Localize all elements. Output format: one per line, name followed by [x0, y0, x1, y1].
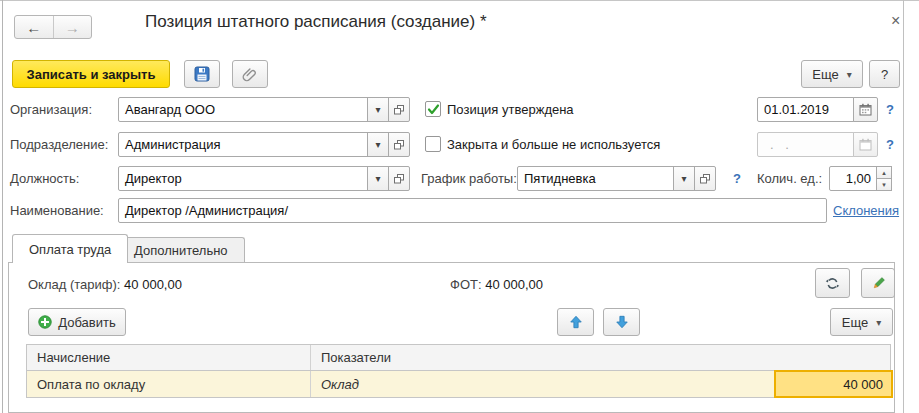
staffing-position-window: ← → Позиция штатного расписания (создани… — [0, 0, 919, 413]
refresh-button[interactable] — [815, 268, 850, 298]
chevron-down-icon: ▾ — [876, 317, 881, 328]
cell-accrual[interactable]: Оплата по окладу — [27, 371, 311, 397]
refresh-icon — [825, 276, 840, 291]
tab-payment[interactable]: Оплата труда — [12, 234, 128, 263]
salary-info: Оклад (тариф): 40 000,00 — [28, 272, 182, 297]
chevron-down-icon: ▾ — [681, 173, 686, 184]
fot-info: ФОТ: 40 000,00 — [450, 272, 543, 297]
tab-additional-label: Дополнительно — [134, 243, 228, 258]
approved-label: Позиция утверждена — [447, 97, 574, 122]
closed-date-calendar-button[interactable] — [853, 132, 878, 157]
column-header-accrual: Начисление — [27, 345, 311, 370]
edit-button[interactable] — [861, 268, 895, 298]
schedule-open-button[interactable] — [694, 166, 716, 191]
paperclip-icon — [242, 66, 258, 82]
arrow-down-icon — [615, 315, 629, 329]
pencil-icon — [871, 276, 886, 291]
stepper-down-button[interactable]: ▾ — [876, 178, 892, 191]
closed-date-input[interactable]: . . — [757, 132, 854, 157]
approved-date-calendar-button[interactable] — [853, 97, 878, 122]
window-left-border — [2, 0, 3, 413]
close-button[interactable]: × — [891, 12, 900, 30]
accruals-table-header: Начисление Показатели — [26, 344, 891, 371]
back-arrow-icon: ← — [26, 19, 41, 36]
organization-combo: Авангард ООО ▾ — [118, 97, 410, 122]
approved-date-combo: 01.01.2019 — [757, 97, 878, 122]
arrow-up-icon — [569, 315, 583, 329]
open-window-icon — [699, 173, 711, 185]
more-button-table[interactable]: Еще ▾ — [830, 308, 893, 336]
position-dropdown-button[interactable]: ▾ — [367, 166, 389, 191]
department-open-button[interactable] — [388, 132, 410, 157]
save-and-close-button[interactable]: Записать и закрыть — [12, 60, 170, 88]
chevron-down-icon: ▾ — [375, 104, 380, 115]
approved-checkbox[interactable] — [425, 101, 441, 117]
organization-input[interactable]: Авангард ООО — [118, 97, 368, 122]
quantity-label: Колич. ед.: — [757, 166, 822, 191]
tab-additional[interactable]: Дополнительно — [117, 237, 245, 263]
department-label: Подразделение: — [10, 132, 108, 157]
column-header-indicators: Показатели — [311, 345, 890, 370]
chevron-down-icon: ▾ — [847, 69, 852, 80]
triangle-up-icon: ▴ — [882, 169, 886, 177]
window-top-border — [0, 0, 919, 1]
position-combo: Директор ▾ — [118, 166, 410, 191]
naming-input[interactable]: Директор /Администрация/ — [118, 198, 827, 223]
schedule-input[interactable]: Пятидневка — [517, 166, 674, 191]
tab-payment-label: Оплата труда — [29, 242, 111, 257]
closed-checkbox[interactable] — [425, 136, 441, 152]
fot-label: ФОТ: — [450, 277, 482, 292]
department-input[interactable]: Администрация — [118, 132, 368, 157]
window-right-border — [903, 0, 904, 413]
plus-circle-icon — [38, 315, 52, 329]
help-button[interactable]: ? — [869, 60, 900, 88]
chevron-down-icon: ▾ — [375, 173, 380, 184]
back-button[interactable]: ← — [15, 16, 54, 38]
closed-date-combo: . . — [757, 132, 878, 157]
department-combo: Администрация ▾ — [118, 132, 410, 157]
quantity-input[interactable]: 1,00 — [829, 166, 878, 191]
declensions-link[interactable]: Склонения — [833, 198, 899, 223]
organization-label: Организация: — [10, 97, 92, 122]
calendar-icon — [859, 103, 872, 116]
position-open-button[interactable] — [388, 166, 410, 191]
page-title: Позиция штатного расписания (создание) * — [145, 12, 487, 32]
triangle-down-icon: ▾ — [882, 181, 886, 189]
organization-dropdown-button[interactable]: ▾ — [367, 97, 389, 122]
calendar-icon-disabled — [859, 138, 872, 151]
table-row[interactable]: Оплата по окладу Оклад 40 000 — [26, 370, 891, 398]
save-button[interactable] — [184, 60, 220, 88]
salary-value: 40 000,00 — [124, 277, 182, 292]
approved-date-input[interactable]: 01.01.2019 — [757, 97, 854, 122]
schedule-help[interactable]: ? — [733, 166, 741, 191]
fot-value: 40 000,00 — [485, 277, 543, 292]
cell-indicator-value[interactable]: 40 000 — [774, 370, 893, 398]
position-label: Должность: — [10, 166, 79, 191]
department-dropdown-button[interactable]: ▾ — [367, 132, 389, 157]
quantity-field-wrap: 1,00 — [829, 166, 878, 191]
more-table-label: Еще — [842, 315, 868, 330]
check-icon — [427, 103, 440, 116]
more-button-top[interactable]: Еще ▾ — [801, 60, 863, 88]
save-and-close-label: Записать и закрыть — [27, 67, 156, 82]
open-window-icon — [393, 139, 405, 151]
schedule-dropdown-button[interactable]: ▾ — [673, 166, 695, 191]
closed-date-help[interactable]: ? — [886, 132, 894, 157]
move-down-button[interactable] — [603, 308, 640, 336]
naming-field-wrap: Директор /Администрация/ — [118, 198, 827, 223]
forward-button[interactable]: → — [54, 16, 92, 38]
closed-label: Закрыта и больше не используется — [447, 132, 660, 157]
chevron-down-icon: ▾ — [375, 139, 380, 150]
salary-label: Оклад (тариф): — [28, 277, 120, 292]
position-input[interactable]: Директор — [118, 166, 368, 191]
forward-arrow-icon: → — [65, 19, 80, 36]
add-button[interactable]: Добавить — [28, 308, 126, 336]
approved-date-help[interactable]: ? — [886, 97, 894, 122]
add-button-label: Добавить — [58, 315, 115, 330]
attachments-button[interactable] — [232, 60, 268, 88]
schedule-label: График работы: — [421, 166, 517, 191]
move-up-button[interactable] — [557, 308, 594, 336]
history-nav: ← → — [14, 15, 92, 39]
organization-open-button[interactable] — [388, 97, 410, 122]
open-window-icon — [393, 104, 405, 116]
